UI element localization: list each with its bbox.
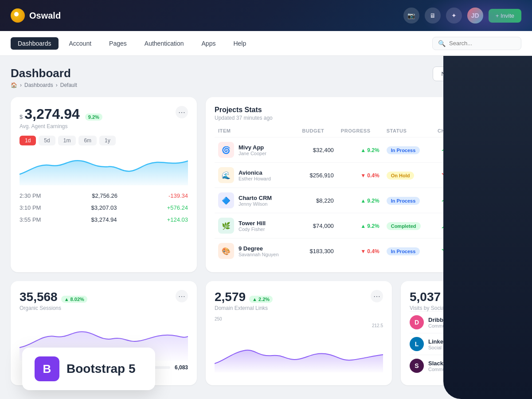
time-btn-5d[interactable]: 5d xyxy=(39,136,55,145)
nav-item-authentication[interactable]: Authentication xyxy=(137,37,191,50)
organic-label: Organic Sessions xyxy=(20,305,87,311)
search-input[interactable] xyxy=(449,40,516,47)
status-badge: On Hold xyxy=(387,172,415,180)
social-network-icon: L xyxy=(410,337,424,351)
app-name: Oswald xyxy=(29,11,61,21)
stat-val-3: $3,274.94 xyxy=(91,216,117,223)
earnings-label: Avg. Agent Earnings xyxy=(20,123,102,129)
domain-value: 2,579 xyxy=(215,290,246,304)
project-name: 9 Degree xyxy=(239,245,279,252)
project-progress: ▲ 9.2% xyxy=(337,137,383,163)
col-item: ITEM xyxy=(215,128,299,137)
project-progress: ▲ 9.2% xyxy=(337,213,383,239)
project-status: In Process xyxy=(383,188,434,213)
stat-time-1: 2:30 PM xyxy=(20,192,41,199)
project-item-cell: 🔷 Charto CRM Jenny Wilson xyxy=(215,188,299,213)
project-emoji: 🔷 xyxy=(222,196,231,205)
project-person: Esther Howard xyxy=(239,176,271,181)
project-item-cell: 🌿 Tower Hill Cody Fisher xyxy=(215,213,299,239)
project-name: Tower Hill xyxy=(239,220,266,227)
page-title: Dashboard xyxy=(11,66,77,80)
projects-subtitle: Updated 37 minutes ago xyxy=(215,115,273,121)
project-budget: $74,000 xyxy=(299,213,337,239)
social-network-icon: D xyxy=(410,315,424,329)
earnings-more-button[interactable]: ⋯ xyxy=(176,106,188,118)
organic-badge: ▲ 8.02% xyxy=(61,296,87,303)
logo: Oswald xyxy=(11,8,61,23)
bootstrap-icon: B xyxy=(35,356,59,381)
canada-value: 6,083 xyxy=(174,364,188,371)
project-progress: ▲ 9.2% xyxy=(337,188,383,213)
search-area[interactable]: 🔍 xyxy=(432,37,521,50)
project-emoji: 🎨 xyxy=(222,247,231,255)
project-person: Jane Cooper xyxy=(239,151,266,156)
nav-item-account[interactable]: Account xyxy=(62,37,99,50)
domain-label: Domain External Links xyxy=(215,305,273,311)
breadcrumb-separator: › xyxy=(20,82,22,88)
col-status: STATUS xyxy=(383,128,434,137)
project-person: Jenny Wilson xyxy=(239,201,272,207)
invite-button[interactable]: + Invite xyxy=(489,9,521,23)
secondary-nav: Dashboards Account Pages Authentication … xyxy=(0,31,532,56)
project-status: On Hold xyxy=(383,163,434,188)
stat-change-3: +124.03 xyxy=(167,216,188,223)
project-item-cell: 🌀 Mivy App Jane Cooper xyxy=(215,137,299,163)
bootstrap-overlay: B Bootstrap 5 xyxy=(22,348,155,390)
project-person: Savannah Nguyen xyxy=(239,252,279,257)
stat-change-1: -139.34 xyxy=(168,192,188,199)
project-budget: $32,400 xyxy=(299,137,337,163)
earnings-badge: 9.2% xyxy=(85,113,102,121)
project-budget: $183,300 xyxy=(299,239,337,264)
search-icon: 🔍 xyxy=(438,40,446,47)
project-person: Cody Fisher xyxy=(239,227,266,232)
organic-value: 35,568 xyxy=(20,290,58,304)
status-badge: In Process xyxy=(387,146,420,154)
share-icon[interactable]: ✦ xyxy=(446,8,462,23)
earnings-card: $ 3,274.94 9.2% Avg. Agent Earnings ⋯ 1d… xyxy=(11,97,197,272)
time-filter-buttons: 1d 5d 1m 6m 1y xyxy=(20,136,188,145)
domain-more-button[interactable]: ⋯ xyxy=(371,290,383,302)
social-value: 5,037 xyxy=(410,290,441,304)
project-item-cell: 🎨 9 Degree Savannah Nguyen xyxy=(215,239,299,264)
time-btn-1y[interactable]: 1y xyxy=(99,136,116,145)
project-emoji: 🌿 xyxy=(222,222,231,230)
logo-icon xyxy=(11,8,25,23)
time-btn-6m[interactable]: 6m xyxy=(78,136,97,145)
project-status: Completed xyxy=(383,213,434,239)
nav-item-dashboards[interactable]: Dashboards xyxy=(11,37,59,50)
bootstrap-label: Bootstrap 5 xyxy=(66,362,136,376)
topbar: Oswald 📷 🖥 ✦ JD + Invite xyxy=(0,0,532,31)
time-btn-1d[interactable]: 1d xyxy=(20,136,36,145)
project-item-cell: 🌊 Avionica Esther Howard xyxy=(215,163,299,188)
camera-icon[interactable]: 📷 xyxy=(403,8,419,23)
breadcrumb-separator2: › xyxy=(56,82,58,88)
monitor-icon[interactable]: 🖥 xyxy=(425,8,441,23)
nav-item-apps[interactable]: Apps xyxy=(195,37,223,50)
time-btn-1m[interactable]: 1m xyxy=(58,136,76,145)
project-name: Charto CRM xyxy=(239,195,272,201)
breadcrumb-default: Default xyxy=(60,82,77,88)
project-budget: $256,910 xyxy=(299,163,337,188)
chart-label-250: 250 xyxy=(215,317,222,321)
breadcrumb: 🏠 › Dashboards › Default xyxy=(11,82,77,88)
stat-time-2: 3:10 PM xyxy=(20,204,41,211)
organic-more-button[interactable]: ⋯ xyxy=(176,290,188,302)
project-progress: ▼ 0.4% xyxy=(337,163,383,188)
nav-item-help[interactable]: Help xyxy=(226,37,253,50)
project-emoji: 🌀 xyxy=(222,146,231,154)
nav-item-pages[interactable]: Pages xyxy=(102,37,134,50)
col-budget: BUDGET xyxy=(299,128,337,137)
status-badge: In Process xyxy=(387,247,420,255)
status-badge: Completed xyxy=(387,222,421,230)
project-name: Mivy App xyxy=(239,144,266,151)
stat-val-1: $2,756.26 xyxy=(92,192,117,199)
domain-badge: ▲ 2.2% xyxy=(249,296,273,303)
avatar[interactable]: JD xyxy=(467,8,483,23)
col-progress: PROGRESS xyxy=(337,128,383,137)
earnings-chart xyxy=(20,150,188,185)
stat-row-1: 2:30 PM $2,756.26 -139.34 xyxy=(20,190,188,202)
chart-label-2125: 212.5 xyxy=(372,323,383,328)
project-status: In Process xyxy=(383,137,434,163)
stat-time-3: 3:55 PM xyxy=(20,216,41,223)
domain-chart: 250 212.5 xyxy=(215,317,383,374)
